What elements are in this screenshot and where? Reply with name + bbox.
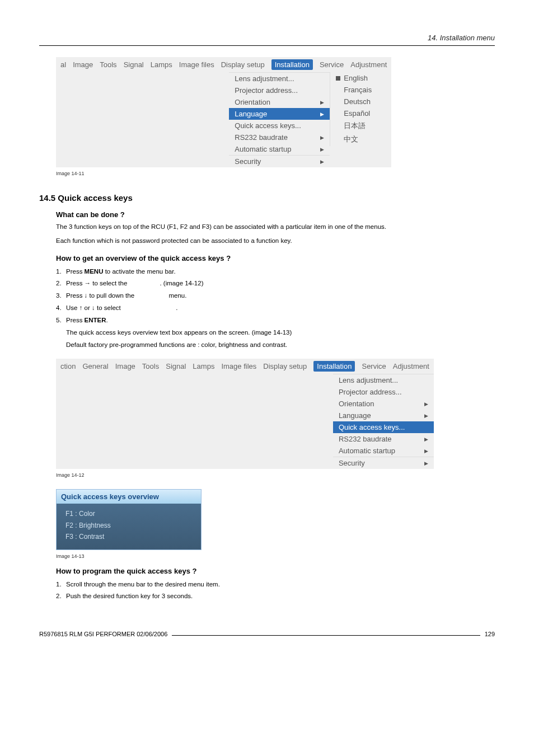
submenu-item[interactable]: 中文 [330, 133, 391, 146]
submenu-item[interactable]: English [330, 72, 391, 84]
menubar-item[interactable]: Signal [124, 60, 144, 69]
dropdown-item[interactable]: Lens adjustment... [229, 73, 330, 84]
section-heading: 14.5 Quick access keys [39, 193, 495, 203]
menubar-item[interactable]: Tools [142, 362, 159, 370]
menubar-item[interactable]: Image files [221, 362, 256, 370]
dropdown-item-label: Language [235, 110, 267, 118]
menubar-item[interactable]: General [82, 362, 108, 370]
submenu-item[interactable]: Deutsch [330, 96, 391, 107]
dropdown-item[interactable]: Orientation▶ [333, 398, 434, 410]
submenu-item-label: 中文 [344, 134, 358, 144]
step: 3.Press ↓ to pull down the Installation … [56, 290, 495, 302]
menubar-item[interactable]: ction [60, 362, 76, 370]
dropdown-item[interactable]: Security▶ [229, 155, 330, 167]
step-text: to activate the menu bar. [103, 268, 175, 275]
step-text: Use ↑ or ↓ to select [66, 304, 123, 311]
popup-row: F2 : Brightness [65, 520, 192, 531]
dropdown-item[interactable]: Quick access keys... [229, 120, 330, 132]
menubar-item[interactable]: Image [73, 60, 93, 69]
subheading-whatcan: What can be done ? [56, 210, 495, 219]
popup-row: F3 : Contrast [65, 531, 192, 542]
step-subtext: Default factory pre-programmed functions… [66, 339, 495, 351]
submenu-language: English Français Deutsch Español 日本語 中文 [330, 72, 391, 146]
step: 4.Use ↑ or ↓ to select Quick access keys… [56, 302, 495, 314]
dropdown-item-label: Orientation [235, 98, 270, 106]
bullet-icon [336, 88, 340, 92]
menubar-item[interactable]: al [60, 60, 66, 69]
submenu-item[interactable]: Español [330, 107, 391, 119]
menubar-item[interactable]: Image [115, 362, 135, 370]
image-caption-3: Image 14-13 [56, 553, 495, 559]
footer-page-number: 129 [485, 631, 495, 637]
menubar-item-selected[interactable]: Installation [313, 361, 355, 372]
step-text: . [176, 304, 177, 311]
dropdown-item[interactable]: Automatic startup▶ [333, 445, 434, 457]
menubar-item[interactable]: Lamps [193, 362, 214, 370]
dropdown-item-label: Security [339, 459, 365, 467]
step-text: menu. [167, 292, 186, 299]
menubar-item[interactable]: Service [362, 362, 386, 370]
step-text: Push the desired function key for 3 seco… [66, 593, 193, 599]
menubar-item[interactable]: Tools [100, 60, 116, 69]
chevron-right-icon: ▶ [320, 147, 324, 152]
popup-row: F1 : Color [65, 508, 192, 519]
dropdown-item-selected[interactable]: Quick access keys... [333, 421, 434, 433]
menubar-item-selected[interactable]: Installation [271, 59, 313, 70]
dropdown-item[interactable]: RS232 baudrate▶ [333, 433, 434, 445]
step-text: . [106, 317, 108, 323]
step-text: Press → to select the [66, 280, 129, 287]
menubar-item[interactable]: Service [320, 60, 344, 69]
dropdown-item-selected[interactable]: Language▶ [229, 108, 330, 120]
step-number: 2. [56, 590, 66, 603]
menubar-item[interactable]: Image files [179, 60, 214, 69]
menubar-2: ction General Image Tools Signal Lamps I… [56, 359, 434, 374]
dropdown-item[interactable]: Projector address... [229, 84, 330, 96]
dropdown-item[interactable]: Lens adjustment... [333, 374, 434, 386]
step-text: Press [66, 268, 85, 275]
step-bold: ENTER [85, 317, 106, 323]
dropdown-item-label: Language [339, 411, 371, 420]
dropdown-item[interactable]: Projector address... [333, 386, 434, 398]
dropdown-item[interactable]: RS232 baudrate▶ [229, 132, 330, 143]
menubar-1: al Image Tools Signal Lamps Image files … [56, 57, 391, 72]
dropdown-item-label: Lens adjustment... [235, 74, 294, 83]
menu-screenshot-2: ction General Image Tools Signal Lamps I… [56, 359, 495, 469]
menubar-item[interactable]: Display setup [221, 60, 265, 69]
menubar-item[interactable]: Display setup [263, 362, 307, 370]
dropdown-installation-1: Lens adjustment... Projector address... … [229, 72, 330, 167]
dropdown-item-label: Security [235, 157, 261, 166]
step-number: 1. [56, 266, 66, 278]
step-text: . (image 14-12) [160, 280, 203, 287]
dropdown-item[interactable]: Language▶ [333, 410, 434, 421]
quick-access-popup: Quick access keys overview F1 : Color F2… [56, 489, 202, 550]
step-subtext: The quick access keys overview text box … [66, 327, 495, 339]
dropdown-item-label: Quick access keys... [339, 423, 405, 431]
dropdown-item[interactable]: Automatic startup▶ [229, 143, 330, 155]
submenu-item[interactable]: Français [330, 84, 391, 96]
dropdown-item[interactable]: Security▶ [333, 457, 434, 469]
footer-rule [172, 635, 480, 636]
dropdown-item-label: Quick access keys... [235, 121, 301, 130]
subheading-overview: How to get an overview of the quick acce… [56, 254, 495, 262]
chevron-right-icon: ▶ [424, 436, 428, 442]
step-number: 5. [56, 314, 66, 327]
dropdown-item-label: Orientation [339, 400, 374, 408]
menubar-item[interactable]: Adjustment [393, 362, 429, 370]
step: 5.Press ENTER. [56, 314, 495, 327]
chevron-right-icon: ▶ [424, 413, 428, 419]
chevron-right-icon: ▶ [424, 448, 428, 454]
step-text: Press [66, 317, 85, 323]
menubar-item[interactable]: Signal [166, 362, 186, 370]
menubar-item[interactable]: Adjustment [350, 60, 387, 69]
step: 1.Scroll through the menu bar to the des… [56, 579, 495, 591]
header-rule [39, 45, 495, 46]
chevron-right-icon: ▶ [424, 461, 428, 466]
footer-left: R5976815 RLM G5I PERFORMER 02/06/2006 [39, 631, 167, 637]
submenu-item[interactable]: 日本語 [330, 119, 391, 133]
chevron-right-icon: ▶ [424, 401, 428, 407]
dropdown-item[interactable]: Orientation▶ [229, 96, 330, 108]
submenu-item-label: English [344, 74, 368, 82]
popup-title: Quick access keys overview [57, 490, 201, 504]
menubar-item[interactable]: Lamps [151, 60, 172, 69]
submenu-item-label: Deutsch [344, 97, 371, 106]
